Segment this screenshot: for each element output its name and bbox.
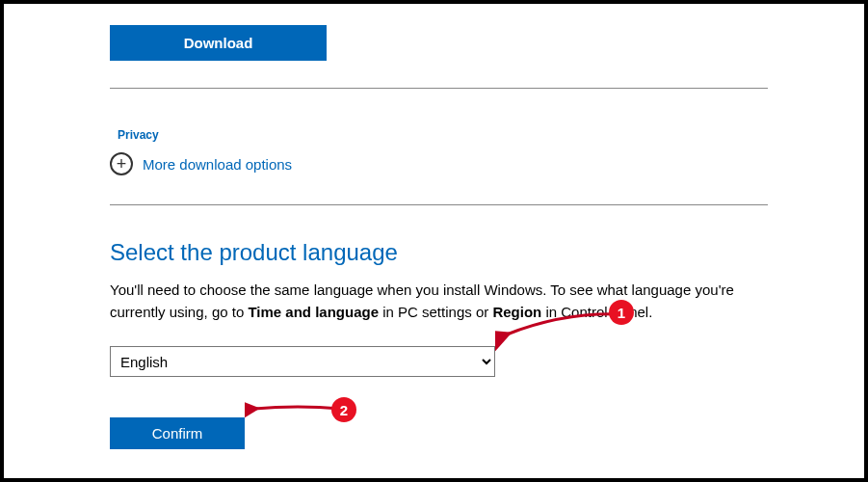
more-download-options-toggle[interactable]: + More download options (110, 152, 768, 175)
plus-circle-icon: + (110, 152, 133, 175)
privacy-link[interactable]: Privacy (118, 128, 159, 142)
language-select[interactable]: English (110, 346, 495, 377)
select-language-heading: Select the product language (110, 239, 768, 266)
confirm-button[interactable]: Confirm (110, 417, 245, 449)
language-instruction-text: You'll need to choose the same language … (110, 280, 768, 323)
divider (110, 204, 768, 205)
more-download-options-label: More download options (143, 156, 292, 173)
divider (110, 88, 768, 89)
download-button[interactable]: Download (110, 25, 327, 61)
